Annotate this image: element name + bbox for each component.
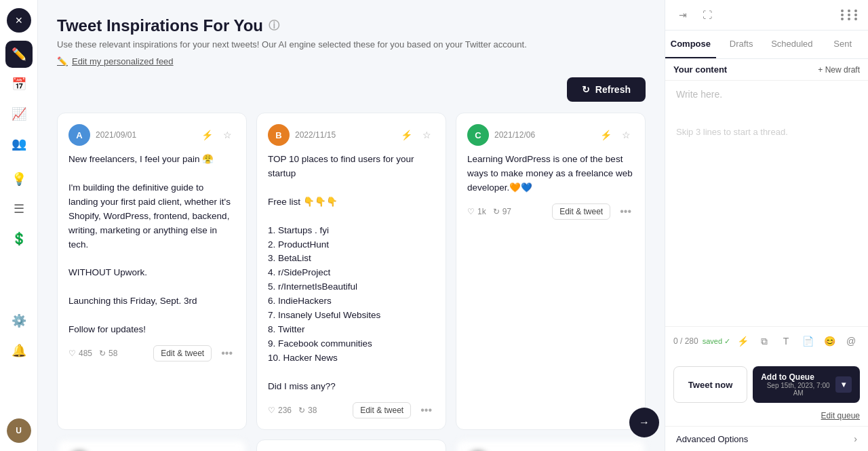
sidebar-item-list[interactable]: ☰ [5,195,33,222]
logo-icon: ✕ [15,15,23,26]
sidebar-item-team[interactable]: 👥 [5,130,33,157]
edit-queue-link[interactable]: Edit queue [665,408,868,426]
compose-icon: ✏️ [12,47,26,62]
more-options-button[interactable]: ••• [617,205,634,218]
add-queue-label: Add to Queue [761,372,814,382]
saved-badge: saved ✓ [703,337,730,346]
compose-write-placeholder[interactable]: Write here. [676,89,857,100]
card-star-icon[interactable]: ☆ [418,127,435,143]
card-star-icon[interactable]: ☆ [618,127,634,143]
chevron-right-icon: › [854,433,857,444]
your-content-label: Your content [673,64,727,75]
tweet-now-button[interactable]: Tweet now [673,366,747,403]
sidebar-item-ideas[interactable]: 💡 [5,165,33,193]
card-text: New freelancers, I feel your pain 😤 I'm … [68,153,235,337]
refresh-button[interactable]: ↻ Refresh [567,77,646,102]
sidebar-item-analytics[interactable]: 📈 [5,100,33,128]
feed-subtitle: Use these relevant inspirations for your… [57,39,646,50]
sidebar-item-compose[interactable]: ✏️ [5,41,33,68]
tab-drafts[interactable]: Drafts [716,31,767,58]
tweet-card: C2021/12/06⚡☆Learning WordPress is one o… [456,113,646,430]
edit-tweet-button[interactable]: Edit & tweet [552,203,610,220]
sidebar-item-monetize[interactable]: 💲 [5,225,33,252]
main-content: Tweet Inspirations For You ⓘ Use these r… [38,0,868,451]
alert-icon: 🔔 [12,343,26,358]
compose-area: Your content + New draft Write here. Ski… [665,59,868,451]
feed-title-text: Tweet Inspirations For You [57,16,263,35]
cards-grid: A2021/09/01⚡☆New freelancers, I feel you… [57,113,646,451]
tab-scheduled[interactable]: Scheduled [767,31,818,58]
compose-thread-placeholder: Skip 3 lines to start a thread. [676,127,857,137]
tabs: ComposeDraftsScheduledSent [665,31,868,59]
at-icon[interactable]: @ [842,332,860,350]
more-options-button[interactable]: ••• [218,347,235,359]
refresh-row: ↻ Refresh [57,77,646,102]
card-date: 2021/12/06 [494,130,535,140]
card-likes: ♡1k [467,207,486,216]
sidebar-item-calendar[interactable]: 📅 [5,71,33,98]
edit-tweet-button[interactable]: Edit & tweet [353,402,411,418]
top-bar-icons: ⇥ ⛶ [673,5,717,24]
counter-left: 0 / 280 saved ✓ [673,336,730,346]
card-boost-icon[interactable]: ⚡ [398,127,414,143]
compose-toolbar: Your content + New draft [665,59,868,81]
edit-tweet-button[interactable]: Edit & tweet [153,345,212,361]
team-icon: 👥 [12,136,26,151]
feed-header: Tweet Inspirations For You ⓘ Use these r… [57,16,646,66]
card-header: B2022/11/15⚡☆ [268,124,435,146]
card-boost-icon[interactable]: ⚡ [597,127,614,143]
lightning-icon[interactable]: ⚡ [734,332,751,350]
card-date: 2021/09/01 [96,130,136,140]
feed-section: Tweet Inspirations For You ⓘ Use these r… [38,0,665,451]
sidebar-item-alert[interactable]: 🔔 [5,337,33,364]
card-avatar: B [268,124,290,146]
tab-sent[interactable]: Sent [817,31,868,58]
add-to-queue-button[interactable]: Add to Queue Sep 15th, 2023, 7:00 AM ▾ [753,366,860,403]
compose-bottom: 0 / 280 saved ✓ ⚡ ⧉ T 📄 😊 @ [665,326,868,361]
top-bar: ⇥ ⛶ [665,0,868,31]
text-icon[interactable]: T [777,332,795,350]
card-avatar: C [467,124,489,146]
tweet-card: F⚡☆Surprise code goes hereSurprise code … [456,439,646,451]
user-avatar[interactable]: U [7,418,31,443]
info-icon[interactable]: ⓘ [269,19,279,33]
tweet-card: A2021/09/01⚡☆New freelancers, I feel you… [57,113,247,430]
card-header: A2021/09/01⚡☆ [68,124,235,146]
copy-icon[interactable]: ⧉ [755,332,773,350]
dollar-icon: 💲 [12,231,26,246]
action-buttons: Tweet now Add to Queue Sep 15th, 2023, 7… [665,361,868,408]
more-options-button[interactable]: ••• [418,404,435,416]
tweet-card: B2022/11/15⚡☆TOP 10 places to find users… [256,113,446,430]
edit-feed-link[interactable]: ✏️ Edit my personalized feed [57,56,646,66]
advanced-options[interactable]: Advanced Options › [665,426,868,451]
char-counter: 0 / 280 [673,336,698,346]
refresh-icon: ↻ [582,84,590,95]
forward-nav-button[interactable]: → [629,408,659,437]
card-star-icon[interactable]: ☆ [219,127,235,143]
card-likes: ♡236 [268,406,292,415]
add-queue-chevron[interactable]: ▾ [835,376,852,393]
grid-view-icon[interactable] [841,9,860,20]
new-draft-link[interactable]: + New draft [818,65,860,75]
sidebar-logo[interactable]: ✕ [7,8,31,33]
card-retweets: ↻38 [298,406,317,415]
card-likes: ♡485 [68,349,92,358]
expand-icon[interactable]: ⛶ [698,5,717,24]
content-area: Tweet Inspirations For You ⓘ Use these r… [38,0,868,451]
right-panel: ⇥ ⛶ ComposeDraftsScheduledSent Your cont… [665,0,868,451]
sidebar: ✕ ✏️ 📅 📈 👥 💡 ☰ 💲 ⚙️ 🔔 U [0,0,38,451]
sidebar-item-settings[interactable]: ⚙️ [5,307,33,334]
collapse-icon[interactable]: ⇥ [673,5,692,24]
tab-compose[interactable]: Compose [665,31,716,58]
card-retweets: ↻97 [493,207,511,216]
emoji-icon[interactable]: 😊 [821,332,838,350]
document-icon[interactable]: 📄 [799,332,816,350]
calendar-icon: 📅 [12,77,26,92]
card-boost-icon[interactable]: ⚡ [199,127,215,143]
compose-counter-row: 0 / 280 saved ✓ ⚡ ⧉ T 📄 😊 @ [673,332,860,350]
advanced-options-label: Advanced Options [676,434,748,444]
list-icon: ☰ [14,201,24,216]
card-footer: ♡236↻38Edit & tweet••• [268,402,435,418]
bulb-icon: 💡 [12,172,26,187]
card-text: TOP 10 places to find users for your sta… [268,153,435,394]
